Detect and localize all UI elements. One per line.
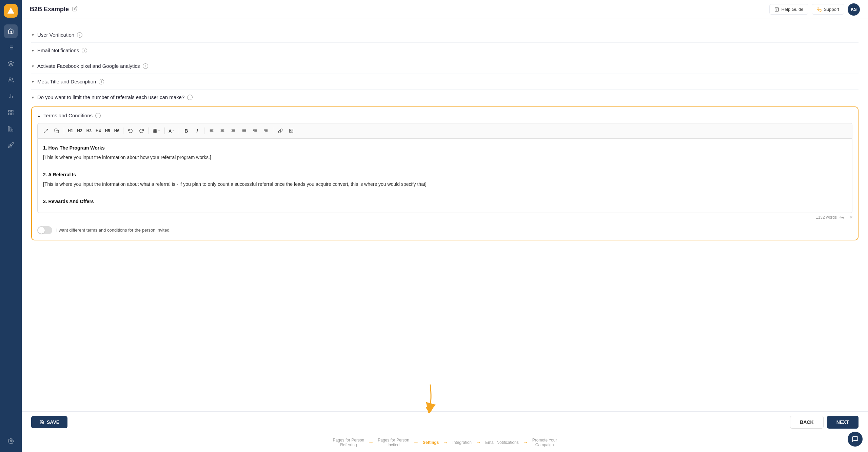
info-icon-referral-limit[interactable]: i [187, 95, 193, 100]
editor-section-2: 2. A Referral Is [This is where you inpu… [43, 171, 847, 188]
chevron-down-icon [31, 32, 35, 37]
step-2-label[interactable]: Pages for PersonInvited [375, 438, 412, 447]
toolbar-separator-2 [123, 127, 123, 134]
step-6-label[interactable]: Promote YourCampaign [530, 438, 560, 447]
toggle-knob [38, 227, 45, 234]
sidebar-item-bar-chart[interactable] [4, 122, 18, 136]
svg-rect-18 [12, 129, 13, 131]
header: B2B Example Help Guide Support KS [22, 0, 868, 19]
editor-footer: 1132 words tiny [37, 213, 852, 222]
sidebar [0, 0, 22, 452]
svg-rect-12 [8, 110, 10, 112]
progress-steps: Pages for PersonReferring → Pages for Pe… [30, 438, 860, 447]
sidebar-item-home[interactable] [4, 24, 18, 38]
toolbar-align-left-btn[interactable] [207, 126, 216, 136]
svg-rect-24 [153, 129, 157, 133]
toolbar-h4[interactable]: H4 [94, 128, 102, 134]
toolbar-separator-6 [204, 127, 204, 134]
editor-section-1: 1. How The Program Works [This is where … [43, 144, 847, 161]
accordion-header-terms-conditions[interactable]: Terms and Conditions i [37, 113, 852, 118]
edit-title-icon[interactable] [72, 6, 78, 13]
section-3-heading: 3. Rewards And Offers [43, 198, 847, 205]
toolbar-redo-btn[interactable] [137, 126, 146, 136]
info-icon-user-verification[interactable]: i [77, 32, 82, 38]
info-icon-facebook-analytics[interactable]: i [143, 63, 148, 69]
step-4-label[interactable]: Integration [450, 440, 474, 445]
support-button[interactable]: Support [812, 4, 844, 15]
accordion-header-facebook-analytics[interactable]: Activate Facebook pixel and Google analy… [31, 63, 859, 69]
svg-rect-15 [8, 113, 10, 115]
svg-rect-14 [12, 113, 13, 115]
step-arrow-3: → [443, 439, 448, 446]
svg-point-50 [291, 130, 291, 131]
editor-toolbar: H1 H2 H3 H4 H5 H6 [37, 123, 852, 138]
toggle-label: I want different terms and conditions fo… [56, 228, 171, 233]
user-avatar[interactable]: KS [848, 3, 860, 16]
info-icon-email-notifications[interactable]: i [82, 48, 87, 53]
step-6: Promote YourCampaign [530, 438, 560, 447]
sidebar-item-widget[interactable] [4, 106, 18, 119]
toolbar-h1[interactable]: H1 [66, 128, 74, 134]
accordion-header-meta-title[interactable]: Meta Title and Description i [31, 79, 859, 84]
header-left: B2B Example [30, 6, 78, 13]
chevron-down-icon [31, 48, 35, 53]
toolbar-h5[interactable]: H5 [103, 128, 111, 134]
back-button[interactable]: BACK [790, 416, 823, 429]
toolbar-link-btn[interactable] [276, 126, 285, 136]
toolbar-undo-btn[interactable] [126, 126, 135, 136]
sidebar-item-users[interactable] [4, 73, 18, 87]
chat-bubble-button[interactable] [848, 432, 863, 447]
toolbar-align-justify-btn[interactable] [239, 126, 249, 136]
svg-line-21 [46, 129, 47, 131]
word-count: 1132 words [816, 215, 837, 220]
toolbar-h2[interactable]: H2 [76, 128, 83, 134]
toolbar-align-right-btn[interactable] [229, 126, 238, 136]
step-arrow-2: → [413, 439, 419, 446]
step-3-label[interactable]: Settings [420, 440, 441, 445]
step-arrow-4: → [476, 439, 481, 446]
tinymce-logo: tiny [840, 215, 852, 220]
toolbar-italic-btn[interactable]: I [192, 126, 202, 136]
content-area: User Verification i Email Notifications … [22, 19, 868, 411]
editor-content-area[interactable]: 1. How The Program Works [This is where … [37, 138, 852, 213]
section-title-facebook-analytics: Activate Facebook pixel and Google analy… [37, 63, 140, 69]
section-title-email-notifications: Email Notifications [37, 47, 79, 53]
svg-rect-20 [775, 7, 779, 11]
footer-nav: Pages for PersonReferring → Pages for Pe… [22, 433, 868, 452]
next-button[interactable]: NEXT [827, 416, 859, 429]
toolbar-h3[interactable]: H3 [85, 128, 93, 134]
different-terms-toggle[interactable] [37, 226, 52, 234]
info-icon-meta-title[interactable]: i [99, 79, 104, 84]
section-title-terms-conditions: Terms and Conditions [43, 113, 93, 118]
section-title-meta-title: Meta Title and Description [37, 79, 96, 84]
toolbar-table-btn[interactable] [151, 126, 162, 136]
toolbar-outdent-btn[interactable] [261, 126, 271, 136]
svg-rect-13 [12, 110, 13, 112]
step-5-label[interactable]: Email Notifications [482, 440, 521, 445]
toolbar-font-color-btn[interactable]: A [167, 126, 176, 136]
save-button[interactable]: SAVE [31, 416, 67, 428]
sidebar-item-settings[interactable] [4, 434, 18, 448]
toolbar-indent-btn[interactable] [250, 126, 260, 136]
help-guide-button[interactable]: Help Guide [769, 4, 808, 15]
svg-rect-23 [56, 130, 59, 133]
toolbar-align-center-btn[interactable] [218, 126, 227, 136]
sidebar-item-list[interactable] [4, 41, 18, 54]
header-right: Help Guide Support KS [769, 3, 860, 16]
sidebar-item-rocket[interactable] [4, 138, 18, 152]
toolbar-copy-btn[interactable] [52, 126, 61, 136]
info-icon-terms-conditions[interactable]: i [95, 113, 101, 118]
toolbar-image-btn[interactable] [287, 126, 296, 136]
sidebar-item-chart[interactable] [4, 90, 18, 103]
sidebar-item-layers[interactable] [4, 57, 18, 71]
step-1-label[interactable]: Pages for PersonReferring [330, 438, 367, 447]
toolbar-separator [64, 127, 64, 134]
accordion-header-user-verification[interactable]: User Verification i [31, 32, 859, 38]
accordion-header-referral-limit[interactable]: Do you want to limit the number of refer… [31, 94, 859, 100]
toolbar-expand-btn[interactable] [41, 126, 51, 136]
app-logo[interactable] [4, 4, 18, 18]
svg-marker-7 [8, 61, 14, 64]
toolbar-bold-btn[interactable]: B [181, 126, 191, 136]
toolbar-h6[interactable]: H6 [113, 128, 121, 134]
accordion-header-email-notifications[interactable]: Email Notifications i [31, 47, 859, 53]
